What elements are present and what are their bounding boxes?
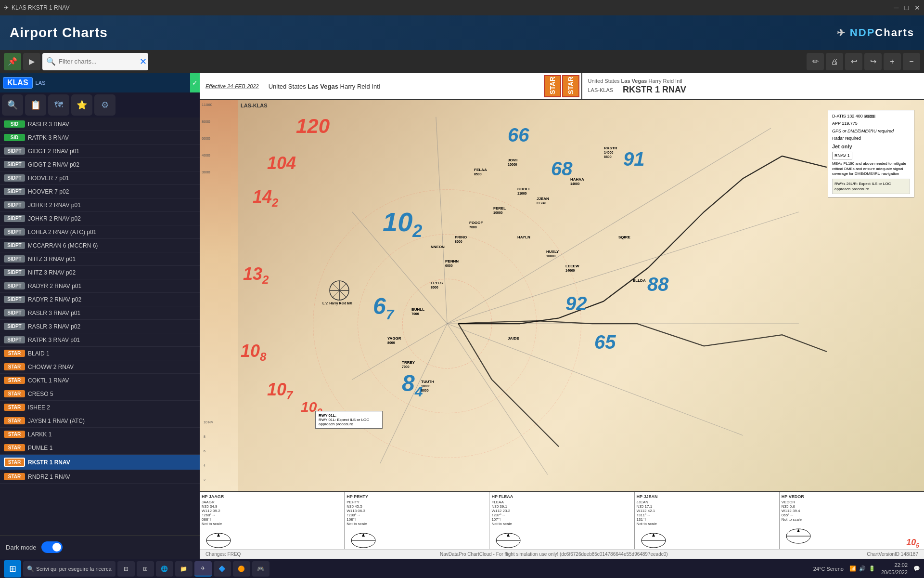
chart-name-4: HOOVER 7 p01 [28, 175, 196, 182]
taskbar-app-chrome[interactable]: 🟠 [233, 561, 250, 577]
task-view-button[interactable]: ⊟ [117, 561, 135, 577]
minimize-button[interactable]: ─ [894, 4, 899, 12]
taskbar-app-widgets[interactable]: ⊞ [137, 561, 154, 577]
alt-105: 105 [906, 538, 919, 549]
close-button[interactable]: ✕ [914, 4, 920, 12]
titlebar: ✈ KLAS RKSTR 1 RNAV ─ □ ✕ [0, 0, 924, 15]
hp-jjean-svg [637, 526, 670, 549]
taskbar-search[interactable]: 🔍 Scrivi qui per eseguire la ricerca [23, 561, 116, 577]
chart-badge-13: SIDPT [4, 296, 25, 303]
chart-badge-19: STAR [4, 377, 25, 384]
hp-fleaa-details: FLEAAN35 39.1W112 23.2↑287°→107°↑Not to … [491, 500, 632, 526]
chart-name-1: RATPK 3 RNAV [28, 134, 196, 141]
chart-list-item-22[interactable]: STAR JAYSN 1 RNAV (ATC) [0, 414, 200, 428]
play-button[interactable]: ▶ [23, 53, 40, 70]
start-button[interactable]: ⊞ [4, 560, 21, 578]
chart-badge-7: SIDPT [4, 215, 25, 222]
svg-marker-28 [652, 533, 655, 537]
chart-list-item-2[interactable]: SIDPT GIDGT 2 RNAV p01 [0, 144, 200, 158]
alt-120: 120 [296, 115, 330, 138]
taskbar-app-mail[interactable]: 🔷 [214, 561, 231, 577]
waypoint-hayln: HAYLN [517, 235, 530, 239]
chart-list-item-9[interactable]: SIDPT MCCARRAN 6 (MCCRN 6) [0, 239, 200, 252]
chart-list-item-6[interactable]: SIDPT JOHKR 2 RNAV p01 [0, 198, 200, 212]
chart-list-item-23[interactable]: STAR LARKK 1 [0, 428, 200, 441]
map-area[interactable]: 120 104 142 132 108 107 100 102 67 84 66… [238, 100, 924, 491]
chart-list-item-14[interactable]: SIDPT RASLR 3 RNAV p01 [0, 306, 200, 320]
nav-book-icon[interactable]: 📋 [25, 94, 46, 116]
chart-name-8: LOHLA 2 RNAV (ATC) p01 [28, 229, 196, 236]
chart-list-item-7[interactable]: SIDPT JOHKR 2 RNAV p02 [0, 212, 200, 225]
rwy-note: RWYs 26L/R: Expect ILS or LOC approach p… [832, 179, 910, 194]
clock[interactable]: 22:02 20/05/2022 [881, 562, 908, 576]
sidebar: KLAS LAS ✓ 🔍 📋 🗺 ⭐ ⚙ SID RASLR 3 RNAV SI… [0, 73, 200, 559]
klas-label: L.V. Harry Reid Intl [322, 302, 352, 305]
alt-84: 84 [402, 370, 423, 400]
chart-list-item-4[interactable]: SIDPT HOOVER 7 p01 [0, 171, 200, 185]
alt-102: 102 [383, 206, 422, 241]
chart-badge-25: STAR [4, 458, 25, 467]
chart-badge-17: STAR [4, 350, 25, 357]
chart-list-item-0[interactable]: SID RASLR 3 RNAV [0, 118, 200, 131]
edit-button[interactable]: ✏ [807, 53, 824, 70]
chart-list-item-25[interactable]: STAR RKSTR 1 RNAV [0, 455, 200, 470]
chart-list-item-13[interactable]: SIDPT RADYR 2 RNAV p02 [0, 293, 200, 306]
redo-button[interactable]: ↪ [864, 53, 882, 70]
chart-list-item-5[interactable]: SIDPT HOOVER 7 p02 [0, 185, 200, 198]
print-button[interactable]: 🖨 [826, 53, 843, 70]
undo-button[interactable]: ↩ [845, 53, 862, 70]
chart-badge-16: SIDPT [4, 336, 25, 343]
taskbar-app-charts[interactable]: ✈ [194, 561, 212, 577]
svg-line-11 [436, 117, 447, 324]
pin-button[interactable]: 📌 [4, 53, 21, 70]
zoom-in-button[interactable]: + [884, 53, 901, 70]
taskbar-app-game[interactable]: 🎮 [252, 561, 270, 577]
app-title: Airport Charts [10, 25, 108, 40]
dark-mode-toggle[interactable] [41, 541, 63, 553]
chart-badge-24: STAR [4, 444, 25, 451]
nav-star-icon[interactable]: ⭐ [71, 94, 92, 116]
search-input[interactable] [59, 58, 140, 65]
chart-list-item-11[interactable]: SIDPT NIITZ 3 RNAV p02 [0, 266, 200, 279]
chart-name-15: RASLR 3 RNAV p02 [28, 323, 196, 330]
search-bar: 🔍 ✕ [42, 53, 148, 70]
chart-id-box: United States Las Vegas Harry Reid Intl … [588, 78, 686, 95]
chart-list-item-12[interactable]: SIDPT RADYR 2 RNAV p01 [0, 279, 200, 293]
chart-name-6: JOHKR 2 RNAV p01 [28, 202, 196, 209]
zoom-out-button[interactable]: − [903, 53, 920, 70]
nav-filter-icon[interactable]: 🔍 [2, 94, 23, 116]
active-indicator: ✓ [190, 73, 200, 92]
chart-name-10: NIITZ 3 RNAV p01 [28, 256, 196, 263]
taskbar-app-files[interactable]: 📁 [175, 561, 192, 577]
chart-list-item-8[interactable]: SIDPT LOHLA 2 RNAV (ATC) p01 [0, 225, 200, 239]
chart-list-item-21[interactable]: STAR ISHEE 2 [0, 401, 200, 414]
chart-list-item-17[interactable]: STAR BLAID 1 [0, 347, 200, 360]
chart-list-item-10[interactable]: SIDPT NIITZ 3 RNAV p01 [0, 252, 200, 266]
chart-badge-8: SIDPT [4, 228, 25, 236]
mea-note: MEAs FL190 and above needed to mitigate … [832, 161, 910, 176]
chart-list-item-3[interactable]: SIDPT GIDGT 2 RNAV p02 [0, 158, 200, 171]
taskbar-app-browser[interactable]: 🌐 [156, 561, 173, 577]
chart-id-code: LAS-KLAS [588, 87, 614, 93]
chart-name-25: RKSTR 1 RNAV [28, 459, 196, 466]
nav-map-icon[interactable]: 🗺 [48, 94, 69, 116]
chart-list-item-19[interactable]: STAR COKTL 1 RNAV [0, 374, 200, 387]
chart-list-item-15[interactable]: SIDPT RASLR 3 RNAV p02 [0, 320, 200, 333]
notification-icon[interactable]: 💬 [913, 565, 920, 572]
chart-list-item-24[interactable]: STAR PUMLE 1 [0, 441, 200, 455]
clear-search-button[interactable]: ✕ [140, 56, 147, 67]
chart-name-18: CHOWW 2 RNAV [28, 364, 196, 370]
changes-text: Changes: FREQ [205, 552, 241, 557]
maximize-button[interactable]: □ [905, 4, 909, 12]
chart-list-item-16[interactable]: SIDPT RATPK 3 RNAV p01 [0, 333, 200, 347]
chart-list-item-1[interactable]: SID RATPK 3 RNAV [0, 131, 200, 144]
waypoint-yaggr: YAGGR8000 [387, 336, 401, 345]
waypoint-huxly: HUXLY10000 [546, 250, 559, 258]
chart-list-item-20[interactable]: STAR CRESO 5 [0, 387, 200, 401]
svg-marker-19 [217, 533, 220, 537]
chart-list-item-26[interactable]: STAR RNDRZ 1 RNAV [0, 470, 200, 484]
hp-fleaa-svg [491, 526, 525, 549]
chart-list-item-18[interactable]: STAR CHOWW 2 RNAV [0, 360, 200, 374]
nav-settings-icon[interactable]: ⚙ [94, 94, 116, 116]
airport-badge[interactable]: KLAS [3, 77, 33, 89]
